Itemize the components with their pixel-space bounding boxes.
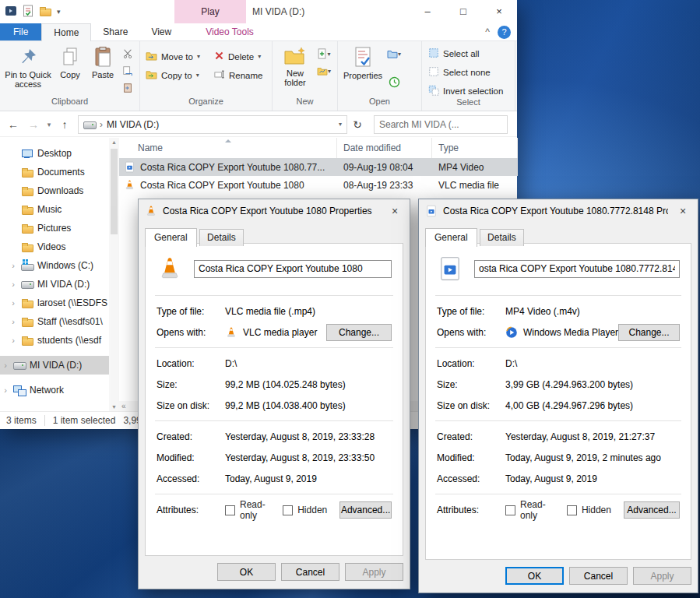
tab-general[interactable]: General: [425, 228, 477, 247]
apply-button[interactable]: Apply: [345, 563, 403, 581]
tab-home[interactable]: Home: [41, 23, 91, 41]
navigation-pane: Desktop Documents Downloads Music Pictur…: [0, 138, 109, 411]
accessed-row: Accessed:Today, August 9, 2019: [146, 468, 403, 489]
sidebar-item-staff[interactable]: ›Staff (\\esdfs01\: [0, 312, 109, 331]
open-group-label: Open: [338, 97, 421, 111]
easy-access-icon[interactable]: ▾: [317, 65, 331, 77]
breadcrumb[interactable]: MI VIDA (D:): [107, 119, 159, 130]
tab-file[interactable]: File: [0, 23, 41, 40]
ribbon-group-clipboard: Pin to Quick access Copy Paste: [0, 41, 140, 111]
advanced-button[interactable]: Advanced...: [339, 501, 392, 519]
recent-locations-dropdown-icon[interactable]: ▾: [44, 121, 55, 128]
sidebar-item-network[interactable]: ›Network: [0, 381, 109, 399]
clipboard-group-label: Clipboard: [0, 97, 139, 111]
properties-button[interactable]: Properties: [340, 44, 385, 80]
size-on-disk-row: Size on disk:4,00 GB (4.294.967.296 byte…: [426, 395, 691, 416]
tab-video-tools[interactable]: Video Tools: [194, 23, 266, 40]
new-folder-button[interactable]: New folder: [275, 44, 315, 87]
paste-shortcut-icon[interactable]: [121, 82, 135, 94]
readonly-checkbox[interactable]: Read-only: [505, 499, 554, 521]
sidebar-item-students[interactable]: ›students (\\esdf: [0, 331, 109, 350]
scroll-down-icon[interactable]: ▼: [109, 404, 119, 410]
hidden-checkbox[interactable]: Hidden: [283, 505, 327, 515]
forward-button[interactable]: →: [23, 118, 44, 131]
maximize-button[interactable]: □: [445, 0, 481, 23]
sidebar-item-videos[interactable]: Videos: [0, 237, 109, 256]
tab-details[interactable]: Details: [480, 229, 524, 246]
history-icon[interactable]: [387, 76, 401, 88]
drive-icon: [13, 359, 26, 371]
delete-button[interactable]: Delete ▾: [214, 51, 262, 62]
back-button[interactable]: ←: [3, 118, 23, 131]
ok-button[interactable]: OK: [505, 567, 564, 585]
filename-input[interactable]: [474, 260, 680, 278]
scrollbar-thumb[interactable]: [111, 149, 118, 234]
cancel-button[interactable]: Cancel: [281, 563, 339, 581]
close-icon[interactable]: ×: [380, 199, 410, 223]
file-row-mp4[interactable]: Costa Rica COPY Export Youtube 1080.77..…: [119, 158, 518, 176]
readonly-checkbox[interactable]: Read-only: [225, 499, 270, 521]
search-input[interactable]: [379, 119, 502, 130]
copy-button[interactable]: Copy: [54, 44, 86, 79]
select-none-button[interactable]: Select none: [428, 66, 512, 79]
sidebar-item-downloads[interactable]: Downloads: [0, 181, 109, 200]
file-row-vlc[interactable]: Costa Rica COPY Export Youtube 1080 08-A…: [119, 176, 518, 194]
advanced-button[interactable]: Advanced...: [624, 501, 680, 519]
address-bar[interactable]: › MI VIDA (D:) ▾: [78, 115, 347, 134]
close-button[interactable]: ×: [481, 0, 517, 23]
copy-path-icon[interactable]: [121, 65, 135, 77]
minimize-button[interactable]: –: [410, 0, 445, 23]
tab-view[interactable]: View: [139, 23, 183, 40]
change-button[interactable]: Change...: [326, 324, 392, 341]
copy-to-icon: [146, 69, 157, 81]
address-dropdown-icon[interactable]: ▾: [339, 121, 343, 128]
invert-selection-label: Invert selection: [443, 86, 503, 96]
checkbox-icon: [505, 505, 515, 515]
qat-dropdown-icon[interactable]: ▾: [57, 8, 61, 16]
column-header-type[interactable]: Type: [432, 138, 518, 158]
pin-to-quick-access-button[interactable]: Pin to Quick access: [2, 44, 54, 89]
drive-icon: [21, 278, 33, 290]
filename-input[interactable]: [194, 260, 392, 278]
move-to-button[interactable]: Move to ▾: [146, 51, 200, 62]
apply-button[interactable]: Apply: [633, 567, 691, 585]
contextual-tab-play[interactable]: Play: [174, 0, 246, 23]
hidden-checkbox[interactable]: Hidden: [567, 505, 611, 515]
rename-button[interactable]: Rename: [214, 69, 262, 81]
invert-selection-button[interactable]: Invert selection: [428, 85, 512, 97]
up-button[interactable]: ↑: [55, 118, 75, 131]
sidebar-item-music[interactable]: Music: [0, 200, 109, 219]
change-button[interactable]: Change...: [618, 324, 680, 341]
scroll-left-icon[interactable]: «: [121, 401, 126, 411]
tab-share[interactable]: Share: [91, 23, 139, 40]
open-icon[interactable]: ▾: [387, 47, 401, 60]
cut-icon[interactable]: [121, 47, 135, 60]
paste-button[interactable]: Paste: [86, 44, 119, 79]
sidebar-item-mi-vida-d[interactable]: ›MI VIDA (D:): [0, 275, 109, 294]
tab-details[interactable]: Details: [199, 229, 244, 246]
column-header-name[interactable]: Name: [119, 138, 337, 158]
sidebar-item-laroset[interactable]: ›laroset (\\ESDFS: [0, 294, 109, 312]
close-icon[interactable]: ×: [668, 199, 698, 223]
qat-folder-icon[interactable]: [39, 5, 51, 19]
sidebar-scrollbar[interactable]: ▲ ▼: [109, 138, 119, 411]
ribbon-collapse-icon[interactable]: ^: [485, 26, 490, 37]
copy-to-button[interactable]: Copy to ▾: [146, 69, 200, 81]
sidebar-item-documents[interactable]: Documents: [0, 163, 109, 181]
qat-properties-icon[interactable]: [23, 5, 33, 19]
pictures-icon: [21, 222, 33, 234]
sidebar-item-mi-vida-d-selected[interactable]: ›MI VIDA (D:): [0, 356, 109, 375]
sidebar-item-windows-c[interactable]: ›Windows (C:): [0, 256, 109, 275]
dialog-buttons: OK Cancel Apply: [217, 563, 403, 581]
tab-general[interactable]: General: [145, 228, 197, 247]
sidebar-item-pictures[interactable]: Pictures: [0, 219, 109, 237]
refresh-button[interactable]: ↻: [347, 118, 368, 131]
sidebar-item-desktop[interactable]: Desktop: [0, 144, 109, 163]
column-header-date-modified[interactable]: Date modified: [337, 138, 432, 158]
ok-button[interactable]: OK: [217, 563, 276, 581]
scroll-up-icon[interactable]: ▲: [109, 139, 119, 145]
help-icon[interactable]: ?: [498, 26, 511, 39]
cancel-button[interactable]: Cancel: [569, 567, 628, 585]
new-item-icon[interactable]: ▾: [317, 47, 331, 60]
select-all-button[interactable]: Select all: [428, 47, 512, 60]
